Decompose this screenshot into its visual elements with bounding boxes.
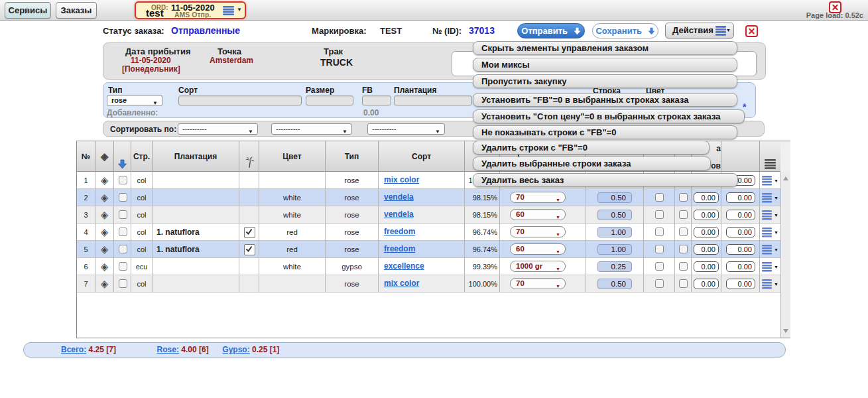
checkbox[interactable] [119,210,127,219]
checkbox[interactable] [119,176,127,184]
value-input[interactable]: 0.00 [694,261,719,272]
row-checkbox[interactable] [675,224,692,241]
photo-icon[interactable]: ◈ [95,275,114,293]
row-checkbox[interactable] [114,206,131,224]
checkbox[interactable] [679,262,688,271]
checkbox[interactable] [679,228,688,236]
plantation-input[interactable] [394,96,472,105]
row-menu-cell[interactable]: ▼ [760,224,781,241]
photo-icon[interactable]: ◈ [95,258,114,275]
actions-menu-item-6[interactable]: Не показывать строки с "FB"=0 [473,125,737,139]
scroll-down-icon[interactable] [783,329,788,333]
scroll-up-icon[interactable] [783,176,788,180]
actions-menu-item-7[interactable]: Удалить строки с "FB"=0 [473,141,710,155]
row-checkbox[interactable] [675,241,692,258]
value-input[interactable]: 0.00 [726,192,755,203]
row-checkbox[interactable] [675,206,692,224]
row-menu-cell[interactable]: ▼ [760,275,781,293]
value-input[interactable]: 0.00 [726,227,755,237]
header-menu-icon[interactable] [760,141,781,172]
actions-menu-item-8[interactable]: Удалить выбранные строки заказа [473,157,711,170]
checkbox[interactable] [679,193,688,202]
checkbox[interactable] [679,279,688,288]
checkbox[interactable] [655,262,664,271]
value-input[interactable]: 0.00 [694,192,719,203]
size-select[interactable]: 70▼ [510,226,566,237]
row-menu-cell[interactable]: ▼ [760,189,781,206]
price-input[interactable]: 0.50 [597,210,632,220]
row-menu-icon[interactable] [762,210,772,222]
actions-menu-item-5[interactable]: Установить "Стоп цену"=0 в выбранных стр… [473,109,745,123]
palm-check[interactable] [244,244,255,255]
checkbox[interactable] [679,245,688,253]
value-input[interactable]: 0.00 [726,279,755,289]
row-menu-icon[interactable] [762,193,772,204]
palm-check[interactable] [244,227,255,238]
photo-icon[interactable]: ◈ [95,206,114,224]
checkbox[interactable] [655,193,664,202]
checkbox[interactable] [679,210,688,219]
variety-link[interactable]: mix color [384,175,419,184]
row-checkbox[interactable] [114,172,131,189]
price-input[interactable]: 1.00 [597,244,632,255]
row-checkbox[interactable] [644,206,675,224]
variety-link[interactable]: freedom [384,227,415,236]
photo-icon[interactable]: ◈ [95,241,114,258]
sort-select-3[interactable]: ----------▼ [367,123,445,135]
variety-link[interactable]: mix color [384,279,419,288]
size-select[interactable]: 70▼ [510,278,566,289]
actions-menu-item-1[interactable]: Скрыть элементы управления заказом [473,41,737,55]
orders-button[interactable]: Заказы [56,2,97,19]
header-sort-arrow-icon[interactable] [114,141,131,172]
row-menu-icon[interactable] [762,176,772,187]
value-input[interactable]: 0.00 [726,261,755,272]
checkbox[interactable] [119,228,127,236]
size-select[interactable]: 1000 gr▼ [510,261,566,272]
row-menu-cell[interactable]: ▼ [760,206,781,224]
row-checkbox[interactable] [114,241,131,258]
price-input[interactable]: 1.00 [597,227,632,237]
row-checkbox[interactable] [644,258,675,275]
row-checkbox[interactable] [114,224,131,241]
row-checkbox[interactable] [675,275,692,293]
variety-link[interactable]: vendela [384,192,414,202]
row-menu-cell[interactable]: ▼ [760,241,781,258]
row-checkbox[interactable] [114,189,131,206]
save-button[interactable]: Сохранить [592,23,658,38]
value-input[interactable]: 0.00 [694,244,719,255]
variety-input[interactable] [178,96,302,105]
value-input[interactable]: 0.00 [726,244,755,255]
size-select[interactable]: 60▼ [510,243,566,255]
row-menu-cell[interactable]: ▼ [760,258,781,275]
services-button[interactable]: Сервисы [5,2,51,19]
current-order-box[interactable]: ORD: 11-05-2020 test AMS Отпр. ▼ [135,1,246,19]
checkbox[interactable] [119,193,127,202]
variety-link[interactable]: freedom [384,244,415,253]
photo-icon[interactable]: ◈ [95,224,114,241]
ord-hamburger-icon[interactable] [223,6,234,18]
variety-link[interactable]: excellence [384,261,424,271]
rose-link[interactable]: Rose: [157,345,179,354]
photo-icon[interactable]: ◈ [95,189,114,206]
total-link[interactable]: Всего: [61,345,86,354]
actions-menu-item-4[interactable]: Установить "FB"=0 в выбранных строках за… [473,93,737,107]
checkbox[interactable] [119,262,127,271]
row-menu-cell[interactable]: ▼ [760,172,781,189]
table-scrollbar[interactable] [780,172,790,338]
row-menu-icon[interactable] [762,228,772,239]
fb-input[interactable] [362,96,391,105]
row-checkbox[interactable] [644,241,675,258]
sort-select-2[interactable]: ----------▼ [271,123,352,135]
row-checkbox[interactable] [114,258,131,275]
price-input[interactable]: 0.50 [597,192,632,203]
row-menu-icon[interactable] [762,279,772,291]
size-input[interactable] [306,96,353,105]
palm-checkbox[interactable] [239,224,259,241]
value-input[interactable]: 0.00 [694,227,719,237]
row-checkbox[interactable] [644,275,675,293]
row-menu-icon[interactable] [762,245,772,256]
value-input[interactable]: 0.00 [726,210,755,220]
checkbox[interactable] [655,228,664,236]
row-checkbox[interactable] [644,189,675,206]
value-input[interactable]: 0.00 [694,210,719,220]
